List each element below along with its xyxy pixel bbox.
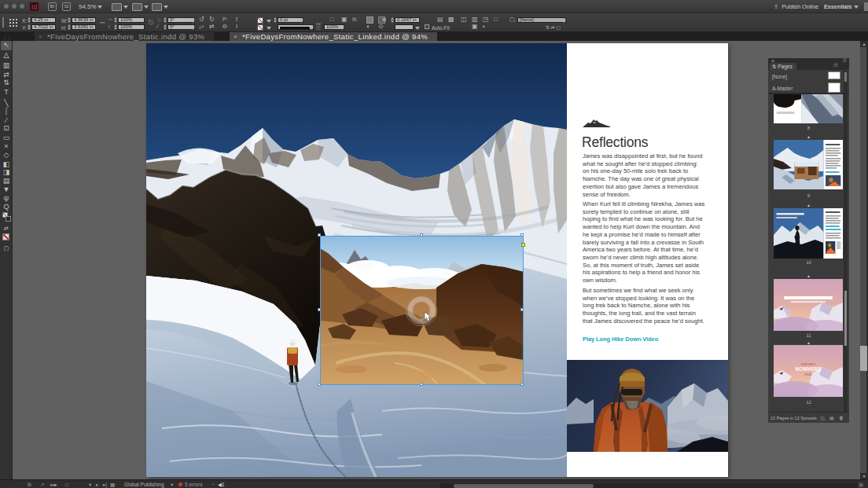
svg-text:FROM: FROM xyxy=(804,373,811,376)
svg-text:NOWHERE: NOWHERE xyxy=(796,366,822,372)
